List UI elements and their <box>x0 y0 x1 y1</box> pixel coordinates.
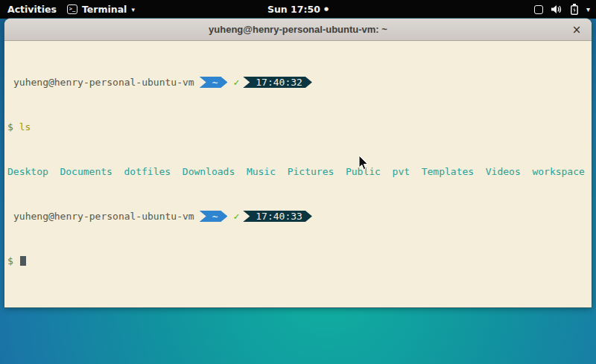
clock[interactable]: Sun 17:50 <box>267 4 320 15</box>
prompt-char: $ <box>7 255 13 266</box>
app-menu-label: Terminal <box>82 4 127 15</box>
terminal-content[interactable]: yuheng@henry-personal-ubuntu-vm ~ ✓ 17:4… <box>4 41 592 307</box>
status-check-icon: ✓ <box>233 211 239 222</box>
screen-icon <box>534 5 543 14</box>
window-title: yuheng@henry-personal-ubuntu-vm: ~ <box>209 24 387 35</box>
terminal-app-icon: >_ <box>67 4 77 14</box>
status-check-icon: ✓ <box>233 77 239 88</box>
battery-charging-icon <box>571 4 578 15</box>
app-menu-terminal[interactable]: >_ Terminal ▾ <box>67 4 135 15</box>
ls-output: Desktop Documents dotfiles Downloads Mus… <box>7 166 589 177</box>
prompt-user: yuheng@henry-personal-ubuntu-vm <box>7 211 194 222</box>
prompt-time-segment: 17:40:32 <box>243 77 312 88</box>
prompt-time-segment: 17:40:33 <box>243 211 312 222</box>
close-button[interactable]: × <box>569 22 584 37</box>
chevron-down-icon: ▾ <box>586 6 590 13</box>
command-text: ls <box>19 121 31 132</box>
prompt-user: yuheng@henry-personal-ubuntu-vm <box>7 77 194 88</box>
prompt-char: $ <box>7 121 13 132</box>
prompt-line-2: yuheng@henry-personal-ubuntu-vm ~ ✓ 17:4… <box>7 211 589 222</box>
input-line: $ <box>7 255 589 266</box>
mouse-cursor-icon <box>358 156 369 171</box>
terminal-window: yuheng@henry-personal-ubuntu-vm: ~ × yuh… <box>4 19 592 307</box>
top-bar: Activities >_ Terminal ▾ Sun 17:50 ● ▾ <box>0 0 596 19</box>
prompt-cwd-segment: ~ <box>200 211 228 222</box>
volume-icon <box>551 4 562 14</box>
chevron-down-icon: ▾ <box>131 7 135 13</box>
window-titlebar[interactable]: yuheng@henry-personal-ubuntu-vm: ~ × <box>4 19 592 41</box>
activities-button[interactable]: Activities <box>7 4 57 15</box>
command-line: $ ls <box>7 121 589 132</box>
prompt-cwd-segment: ~ <box>200 77 228 88</box>
terminal-cursor <box>20 256 26 266</box>
system-status-area[interactable]: ▾ <box>534 0 590 19</box>
notification-dot-icon: ● <box>324 7 329 12</box>
prompt-line-1: yuheng@henry-personal-ubuntu-vm ~ ✓ 17:4… <box>7 77 589 88</box>
